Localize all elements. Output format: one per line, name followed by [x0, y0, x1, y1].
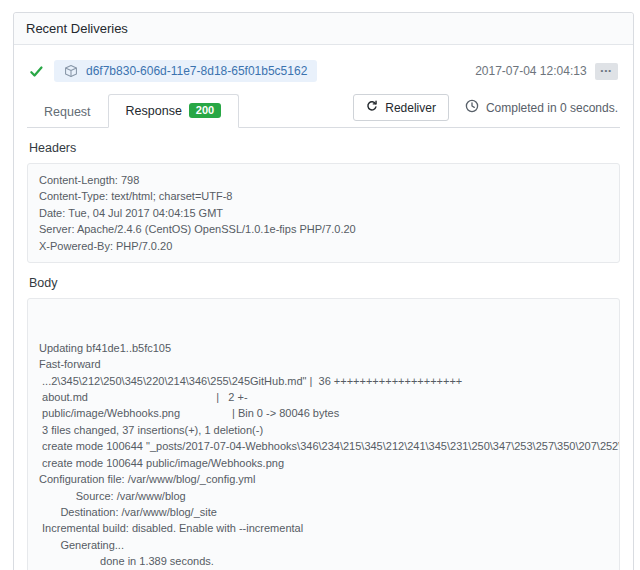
body-content: Updating bf41de1..b5fc105 Fast-forward .… — [39, 340, 608, 570]
sync-icon — [366, 100, 378, 115]
headers-label: Headers — [29, 141, 618, 155]
tabbar: Request Response 200 Redeliver Complete — [27, 94, 620, 128]
redeliver-button[interactable]: Redeliver — [353, 94, 449, 121]
check-icon — [29, 64, 44, 79]
delivery-detail: d6f7b830-606d-11e7-8d18-65f01b5c5162 201… — [14, 45, 633, 570]
delivery-meta: 2017-07-04 12:04:13 ••• — [475, 63, 618, 80]
redeliver-label: Redeliver — [385, 101, 436, 115]
delivery-guid-pill[interactable]: d6f7b830-606d-11e7-8d18-65f01b5c5162 — [54, 60, 317, 82]
package-icon — [64, 64, 78, 78]
body-label: Body — [29, 276, 618, 290]
headers-box: Content-Length: 798 Content-Type: text/h… — [27, 163, 620, 263]
tab-actions: Redeliver Completed in 0 seconds. — [353, 94, 620, 127]
clock-icon — [465, 99, 479, 116]
kebab-icon[interactable]: ••• — [595, 63, 618, 80]
panel-title: Recent Deliveries — [26, 21, 128, 36]
delivery-guid: d6f7b830-606d-11e7-8d18-65f01b5c5162 — [86, 64, 307, 78]
completed-text: Completed in 0 seconds. — [486, 101, 618, 115]
completed-status: Completed in 0 seconds. — [465, 99, 618, 116]
delivery-timestamp: 2017-07-04 12:04:13 — [475, 64, 586, 78]
tab-request[interactable]: Request — [27, 97, 108, 128]
tab-request-label: Request — [44, 105, 91, 119]
delivery-row: d6f7b830-606d-11e7-8d18-65f01b5c5162 201… — [29, 60, 618, 82]
recent-deliveries-panel: Recent Deliveries d6f7b830-606d-11e7-8d1… — [13, 12, 634, 570]
tab-response-label: Response — [126, 104, 182, 118]
tab-response[interactable]: Response 200 — [108, 94, 240, 128]
body-box: Updating bf41de1..b5fc105 Fast-forward .… — [27, 298, 620, 570]
status-badge: 200 — [189, 103, 221, 118]
panel-header: Recent Deliveries — [14, 13, 633, 45]
